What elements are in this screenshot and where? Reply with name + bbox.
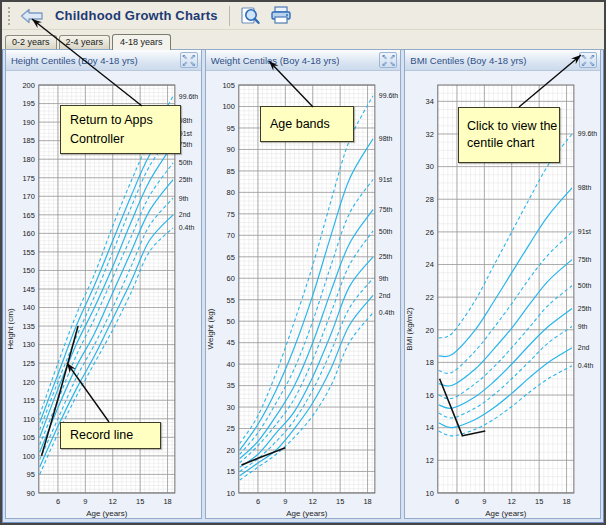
svg-text:180: 180 [22,155,34,164]
svg-text:65: 65 [226,253,234,262]
svg-text:25th: 25th [378,253,392,260]
svg-text:155: 155 [22,248,34,257]
tab-0-2-years[interactable]: 0-2 years [5,35,57,49]
panel-header: Height Centiles (Boy 4-18 yrs) ⇖⇗⇙⇘ [6,50,201,71]
svg-text:22: 22 [426,293,434,302]
svg-text:185: 185 [22,136,34,145]
zoom-button[interactable] [237,4,263,28]
svg-text:18: 18 [163,497,171,506]
svg-text:12: 12 [109,497,117,506]
annotation-return-to-apps: Return to Apps Controller [60,105,181,154]
svg-text:9: 9 [483,497,487,506]
svg-text:34: 34 [426,97,434,106]
svg-text:32: 32 [426,130,434,139]
svg-text:18: 18 [563,497,571,506]
annotation-age-bands: Age bands [260,106,354,142]
svg-text:90: 90 [27,489,35,498]
svg-text:20: 20 [226,446,234,455]
svg-text:6: 6 [455,497,459,506]
svg-text:14: 14 [426,423,434,432]
svg-text:75th: 75th [578,256,592,263]
tab-4-18-years[interactable]: 4-18 years [112,34,171,50]
annotation-record-line: Record line [60,422,161,449]
svg-text:Age (years): Age (years) [286,509,327,518]
expand-icon: ⇗ [189,53,197,60]
svg-text:99.6th: 99.6th [578,130,597,137]
app-title: Childhood Growth Charts [51,8,222,23]
svg-text:10: 10 [226,489,234,498]
svg-text:18: 18 [363,497,371,506]
svg-text:100: 100 [22,452,34,461]
svg-text:170: 170 [22,192,34,201]
expand-button[interactable]: ⇖⇗⇙⇘ [379,52,397,68]
toolbar-grip[interactable] [7,6,11,26]
expand-button[interactable]: ⇖⇗⇙⇘ [180,52,198,68]
svg-text:90: 90 [226,145,234,154]
svg-text:9th: 9th [378,275,388,282]
svg-text:50th: 50th [179,159,193,166]
svg-text:25: 25 [226,424,234,433]
magnifier-icon [239,6,261,26]
svg-text:25th: 25th [179,176,193,183]
svg-text:18: 18 [426,358,434,367]
toolbar-separator [229,6,230,26]
svg-text:6: 6 [56,497,60,506]
svg-text:25th: 25th [578,305,592,312]
panel-title: BMI Centiles (Boy 4-18 yrs) [410,55,526,66]
expand-icon: ⇙ [580,60,588,67]
svg-text:130: 130 [22,340,34,349]
print-button[interactable] [268,4,294,28]
svg-text:2nd: 2nd [378,292,390,299]
svg-text:15: 15 [136,497,144,506]
svg-text:80: 80 [226,188,234,197]
svg-text:75th: 75th [378,206,392,213]
back-arrow-icon [20,8,44,24]
svg-text:115: 115 [23,396,35,405]
svg-text:Age (years): Age (years) [486,509,527,518]
svg-text:40: 40 [226,360,234,369]
expand-icon: ⇘ [588,60,596,67]
svg-text:20: 20 [426,326,434,335]
svg-text:9th: 9th [578,323,588,330]
svg-text:91st: 91st [378,176,391,183]
svg-text:70: 70 [226,231,234,240]
svg-text:125: 125 [22,359,34,368]
svg-text:2nd: 2nd [179,211,191,218]
svg-text:45: 45 [226,338,234,347]
svg-text:0.4th: 0.4th [378,309,394,316]
toolbar: Childhood Growth Charts [2,2,604,30]
svg-text:150: 150 [22,266,34,275]
svg-text:195: 195 [22,99,34,108]
svg-text:105: 105 [22,433,34,442]
expand-icon: ⇗ [388,53,396,60]
expand-icon: ⇙ [380,60,388,67]
expand-button[interactable]: ⇖⇗⇙⇘ [579,52,597,68]
svg-text:0.4th: 0.4th [179,224,195,231]
svg-text:95: 95 [226,124,234,133]
svg-text:95: 95 [27,470,35,479]
svg-text:50th: 50th [378,227,392,234]
svg-text:160: 160 [22,229,34,238]
expand-icon: ⇖ [380,53,388,60]
svg-text:Height (cm): Height (cm) [6,308,15,350]
svg-text:15: 15 [535,497,543,506]
svg-text:26: 26 [426,228,434,237]
svg-text:50th: 50th [578,282,592,289]
svg-text:Age (years): Age (years) [86,509,127,518]
svg-text:9: 9 [83,497,87,506]
back-button[interactable] [18,4,46,28]
svg-text:2nd: 2nd [578,344,590,351]
annotation-click-to-view: Click to view the centile chart [458,107,560,163]
panel-title: Weight Centiles (Boy 4-18 yrs) [211,55,340,66]
tab-2-4-years[interactable]: 2-4 years [59,35,111,49]
panel-title: Height Centiles (Boy 4-18 yrs) [11,55,138,66]
svg-text:98th: 98th [378,135,392,142]
svg-text:24: 24 [426,260,434,269]
svg-text:75: 75 [226,210,234,219]
svg-text:145: 145 [22,285,34,294]
expand-icon: ⇖ [181,53,189,60]
svg-text:105: 105 [222,81,234,90]
svg-text:9: 9 [283,497,287,506]
svg-text:140: 140 [22,303,34,312]
expand-icon: ⇙ [181,60,189,67]
